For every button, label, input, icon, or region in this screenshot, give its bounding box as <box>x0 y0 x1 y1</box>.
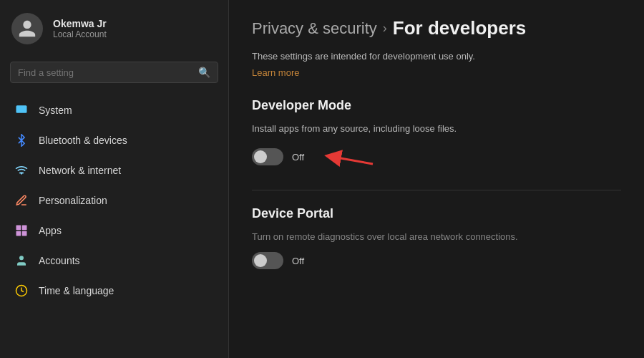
time-icon <box>14 284 29 298</box>
sidebar-item-bluetooth[interactable]: Bluetooth & devices <box>6 126 223 155</box>
svg-rect-4 <box>22 231 27 236</box>
developer-mode-toggle-label: Off <box>292 152 304 163</box>
sidebar-item-network[interactable]: Network & internet <box>6 156 223 185</box>
user-subtitle: Local Account <box>53 29 107 39</box>
sidebar-item-apps[interactable]: Apps <box>6 216 223 245</box>
search-box[interactable]: 🔍 <box>10 62 218 83</box>
device-portal-description: Turn on remote diagnostics over local ar… <box>252 231 621 242</box>
red-arrow-annotation <box>318 144 376 170</box>
sidebar-item-label: Personalization <box>39 195 107 206</box>
toggle-knob <box>254 150 267 163</box>
sidebar-item-label: Network & internet <box>39 165 121 176</box>
breadcrumb-current: For developers <box>393 17 526 39</box>
intro-description: These settings are intended for developm… <box>252 51 621 62</box>
search-icon: 🔍 <box>198 67 210 78</box>
developer-mode-toggle-row: Off <box>252 144 621 170</box>
device-portal-toggle[interactable] <box>252 252 283 269</box>
sidebar-item-system[interactable]: System <box>6 96 223 125</box>
device-portal-toggle-row: Off <box>252 252 621 269</box>
personalization-icon <box>14 193 29 208</box>
toggle-knob <box>254 254 267 267</box>
svg-rect-3 <box>16 231 21 236</box>
breadcrumb-parent: Privacy & security <box>252 19 377 38</box>
developer-mode-toggle[interactable] <box>252 148 283 165</box>
user-info: Okemwa Jr Local Account <box>53 18 107 39</box>
section-divider <box>252 190 621 190</box>
sidebar-item-accounts[interactable]: Accounts <box>6 246 223 275</box>
bluetooth-icon <box>14 133 29 147</box>
device-portal-title: Device Portal <box>252 206 621 221</box>
device-portal-toggle-label: Off <box>292 256 304 266</box>
user-profile: Okemwa Jr Local Account <box>0 0 228 56</box>
sidebar-item-personalization[interactable]: Personalization <box>6 186 223 215</box>
breadcrumb-separator: › <box>383 21 387 36</box>
sidebar: Okemwa Jr Local Account 🔍 System Bluetoo… <box>0 0 229 358</box>
user-avatar-icon <box>17 19 37 39</box>
search-container: 🔍 <box>0 56 228 93</box>
search-input[interactable] <box>18 67 192 78</box>
user-name: Okemwa Jr <box>53 18 107 29</box>
sidebar-item-label: Apps <box>39 225 62 236</box>
sidebar-item-label: Time & language <box>39 285 114 296</box>
sidebar-item-label: Bluetooth & devices <box>39 135 127 146</box>
nav-menu: System Bluetooth & devices Network & int… <box>0 93 228 308</box>
svg-rect-2 <box>22 226 27 231</box>
apps-icon <box>14 223 29 238</box>
main-content: Privacy & security › For developers Thes… <box>229 0 644 358</box>
network-icon <box>14 163 29 178</box>
avatar <box>11 13 43 44</box>
developer-mode-description: Install apps from any source, including … <box>252 123 621 134</box>
sidebar-item-label: Accounts <box>39 255 80 266</box>
developer-mode-title: Developer Mode <box>252 98 621 113</box>
svg-rect-1 <box>16 226 21 231</box>
system-icon <box>14 103 29 117</box>
svg-rect-0 <box>16 105 27 113</box>
sidebar-item-time[interactable]: Time & language <box>6 276 223 305</box>
sidebar-item-label: System <box>39 105 72 116</box>
accounts-icon <box>14 253 29 268</box>
learn-more-link[interactable]: Learn more <box>252 67 299 78</box>
breadcrumb: Privacy & security › For developers <box>252 17 621 39</box>
